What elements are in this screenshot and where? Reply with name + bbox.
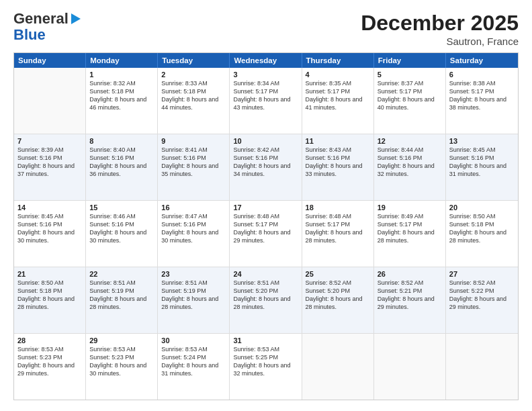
cell-info: Sunrise: 8:52 AM Sunset: 5:22 PM Dayligh… <box>449 279 515 312</box>
day-number: 4 <box>306 71 370 79</box>
cell-info: Sunrise: 8:53 AM Sunset: 5:23 PM Dayligh… <box>17 345 82 378</box>
cell-info: Sunrise: 8:51 AM Sunset: 5:20 PM Dayligh… <box>233 279 298 312</box>
cell-info: Sunrise: 8:44 AM Sunset: 5:16 PM Dayligh… <box>378 146 442 179</box>
calendar-cell: 12Sunrise: 8:44 AM Sunset: 5:16 PM Dayli… <box>374 134 446 200</box>
cell-info: Sunrise: 8:39 AM Sunset: 5:16 PM Dayligh… <box>17 146 82 179</box>
calendar-cell: 7Sunrise: 8:39 AM Sunset: 5:16 PM Daylig… <box>14 134 86 200</box>
calendar-cell: 20Sunrise: 8:50 AM Sunset: 5:18 PM Dayli… <box>446 201 518 267</box>
day-number: 18 <box>306 203 370 212</box>
calendar-cell: 11Sunrise: 8:43 AM Sunset: 5:16 PM Dayli… <box>302 134 374 200</box>
logo-arrow-icon <box>71 13 81 24</box>
calendar-cell <box>374 334 446 400</box>
day-number: 27 <box>449 270 515 278</box>
day-number: 28 <box>17 336 82 345</box>
cell-info: Sunrise: 8:35 AM Sunset: 5:17 PM Dayligh… <box>306 79 370 112</box>
calendar-cell: 3Sunrise: 8:34 AM Sunset: 5:17 PM Daylig… <box>230 68 302 134</box>
calendar-cell: 15Sunrise: 8:46 AM Sunset: 5:16 PM Dayli… <box>86 201 158 267</box>
day-number: 12 <box>378 137 442 145</box>
calendar: SundayMondayTuesdayWednesdayThursdayFrid… <box>13 52 519 400</box>
calendar-row: 1Sunrise: 8:32 AM Sunset: 5:18 PM Daylig… <box>14 68 518 134</box>
calendar-cell: 18Sunrise: 8:48 AM Sunset: 5:17 PM Dayli… <box>302 201 374 267</box>
cell-info: Sunrise: 8:45 AM Sunset: 5:16 PM Dayligh… <box>17 212 82 245</box>
logo-blue: Blue <box>13 27 46 43</box>
title-block: December 2025 Sautron, France <box>361 11 519 47</box>
logo-general: General <box>13 11 69 27</box>
day-number: 1 <box>89 71 154 79</box>
cell-info: Sunrise: 8:53 AM Sunset: 5:25 PM Dayligh… <box>233 345 298 378</box>
calendar-row: 14Sunrise: 8:45 AM Sunset: 5:16 PM Dayli… <box>14 201 518 267</box>
cell-info: Sunrise: 8:45 AM Sunset: 5:16 PM Dayligh… <box>449 146 515 179</box>
day-number: 22 <box>89 270 154 278</box>
page: General Blue December 2025 Sautron, Fran… <box>0 0 532 411</box>
calendar-cell: 28Sunrise: 8:53 AM Sunset: 5:23 PM Dayli… <box>14 334 86 400</box>
day-number: 6 <box>449 71 515 79</box>
calendar-cell: 16Sunrise: 8:47 AM Sunset: 5:16 PM Dayli… <box>158 201 230 267</box>
day-number: 13 <box>449 137 515 145</box>
cell-info: Sunrise: 8:37 AM Sunset: 5:17 PM Dayligh… <box>378 79 442 112</box>
day-header-wednesday: Wednesday <box>230 53 302 68</box>
day-header-thursday: Thursday <box>302 53 374 68</box>
day-header-tuesday: Tuesday <box>158 53 230 68</box>
cell-info: Sunrise: 8:53 AM Sunset: 5:24 PM Dayligh… <box>161 345 226 378</box>
day-number: 14 <box>17 203 82 212</box>
day-number: 2 <box>161 71 226 79</box>
day-number: 8 <box>89 137 154 145</box>
day-header-monday: Monday <box>86 53 158 68</box>
day-number: 7 <box>17 137 82 145</box>
cell-info: Sunrise: 8:38 AM Sunset: 5:17 PM Dayligh… <box>449 79 515 112</box>
calendar-cell: 21Sunrise: 8:50 AM Sunset: 5:18 PM Dayli… <box>14 267 86 333</box>
calendar-cell: 23Sunrise: 8:51 AM Sunset: 5:19 PM Dayli… <box>158 267 230 333</box>
cell-info: Sunrise: 8:47 AM Sunset: 5:16 PM Dayligh… <box>161 212 226 245</box>
day-number: 26 <box>378 270 442 278</box>
day-header-sunday: Sunday <box>14 53 86 68</box>
calendar-cell: 22Sunrise: 8:51 AM Sunset: 5:19 PM Dayli… <box>86 267 158 333</box>
cell-info: Sunrise: 8:51 AM Sunset: 5:19 PM Dayligh… <box>89 279 154 312</box>
cell-info: Sunrise: 8:50 AM Sunset: 5:18 PM Dayligh… <box>449 212 515 245</box>
cell-info: Sunrise: 8:40 AM Sunset: 5:16 PM Dayligh… <box>89 146 154 179</box>
calendar-cell: 31Sunrise: 8:53 AM Sunset: 5:25 PM Dayli… <box>230 334 302 400</box>
cell-info: Sunrise: 8:51 AM Sunset: 5:19 PM Dayligh… <box>161 279 226 312</box>
day-number: 23 <box>161 270 226 278</box>
cell-info: Sunrise: 8:48 AM Sunset: 5:17 PM Dayligh… <box>233 212 298 245</box>
calendar-cell: 4Sunrise: 8:35 AM Sunset: 5:17 PM Daylig… <box>302 68 374 134</box>
calendar-cell: 30Sunrise: 8:53 AM Sunset: 5:24 PM Dayli… <box>158 334 230 400</box>
day-number: 9 <box>161 137 226 145</box>
header: General Blue December 2025 Sautron, Fran… <box>13 11 519 47</box>
location-title: Sautron, France <box>361 36 519 47</box>
day-number: 24 <box>233 270 298 278</box>
calendar-row: 28Sunrise: 8:53 AM Sunset: 5:23 PM Dayli… <box>14 334 518 400</box>
day-header-friday: Friday <box>374 53 446 68</box>
calendar-cell: 8Sunrise: 8:40 AM Sunset: 5:16 PM Daylig… <box>86 134 158 200</box>
day-number: 20 <box>449 203 515 212</box>
calendar-cell: 29Sunrise: 8:53 AM Sunset: 5:23 PM Dayli… <box>86 334 158 400</box>
calendar-cell: 26Sunrise: 8:52 AM Sunset: 5:21 PM Dayli… <box>374 267 446 333</box>
cell-info: Sunrise: 8:50 AM Sunset: 5:18 PM Dayligh… <box>17 279 82 312</box>
calendar-cell: 17Sunrise: 8:48 AM Sunset: 5:17 PM Dayli… <box>230 201 302 267</box>
day-number: 29 <box>89 336 154 345</box>
day-number: 25 <box>306 270 370 278</box>
calendar-cell: 6Sunrise: 8:38 AM Sunset: 5:17 PM Daylig… <box>446 68 518 134</box>
day-header-saturday: Saturday <box>446 53 518 68</box>
cell-info: Sunrise: 8:53 AM Sunset: 5:23 PM Dayligh… <box>89 345 154 378</box>
cell-info: Sunrise: 8:33 AM Sunset: 5:18 PM Dayligh… <box>161 79 226 112</box>
day-number: 10 <box>233 137 298 145</box>
cell-info: Sunrise: 8:52 AM Sunset: 5:21 PM Dayligh… <box>378 279 442 312</box>
calendar-cell: 19Sunrise: 8:49 AM Sunset: 5:17 PM Dayli… <box>374 201 446 267</box>
day-number: 30 <box>161 336 226 345</box>
calendar-cell: 24Sunrise: 8:51 AM Sunset: 5:20 PM Dayli… <box>230 267 302 333</box>
month-title: December 2025 <box>361 11 519 36</box>
calendar-body: 1Sunrise: 8:32 AM Sunset: 5:18 PM Daylig… <box>14 68 518 400</box>
calendar-row: 7Sunrise: 8:39 AM Sunset: 5:16 PM Daylig… <box>14 134 518 201</box>
calendar-cell: 10Sunrise: 8:42 AM Sunset: 5:16 PM Dayli… <box>230 134 302 200</box>
calendar-cell: 1Sunrise: 8:32 AM Sunset: 5:18 PM Daylig… <box>86 68 158 134</box>
calendar-cell <box>302 334 374 400</box>
day-number: 31 <box>233 336 298 345</box>
calendar-cell: 5Sunrise: 8:37 AM Sunset: 5:17 PM Daylig… <box>374 68 446 134</box>
day-number: 21 <box>17 270 82 278</box>
calendar-cell: 9Sunrise: 8:41 AM Sunset: 5:16 PM Daylig… <box>158 134 230 200</box>
cell-info: Sunrise: 8:32 AM Sunset: 5:18 PM Dayligh… <box>89 79 154 112</box>
day-number: 15 <box>89 203 154 212</box>
calendar-cell: 13Sunrise: 8:45 AM Sunset: 5:16 PM Dayli… <box>446 134 518 200</box>
day-number: 16 <box>161 203 226 212</box>
cell-info: Sunrise: 8:46 AM Sunset: 5:16 PM Dayligh… <box>89 212 154 245</box>
